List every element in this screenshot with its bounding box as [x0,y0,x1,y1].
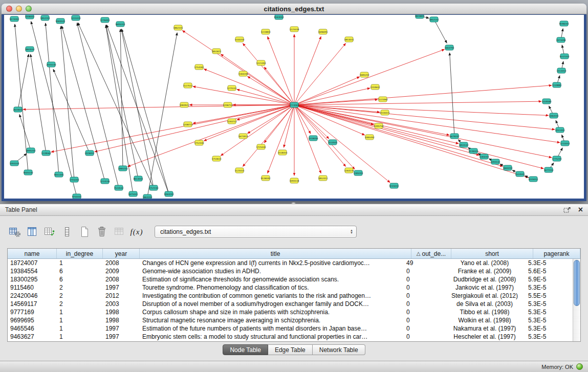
table-cell[interactable]: 1998 [103,317,140,324]
table-cell[interactable]: 1997 [103,333,140,340]
table-cell[interactable]: 1 [57,325,103,332]
graph-node[interactable]: 1754181 [194,64,204,70]
scrollbar-thumb[interactable] [574,260,580,306]
table-cell[interactable]: 49 [404,259,444,267]
graph-node[interactable]: 1696091 [318,29,328,34]
graph-edge[interactable] [31,21,77,196]
table-cell[interactable]: 2 [57,292,103,299]
graph-edge[interactable] [106,25,138,179]
graph-node[interactable]: 1208713 [183,122,193,127]
table-cell[interactable]: Stergiakouli et al. (2012) [444,292,526,299]
add-column-icon[interactable] [42,225,57,239]
show-columns-icon[interactable] [25,225,40,239]
graph-node[interactable]: 1752340 [194,140,204,145]
table-cell[interactable]: Hescheler et al. (1997) [444,333,526,340]
function-builder-icon[interactable]: f(x) [129,225,144,239]
graph-node[interactable]: 1264170 [344,168,354,173]
graph-node[interactable]: 1185203 [354,170,363,176]
graph-edge[interactable] [268,36,294,105]
graph-edge[interactable] [23,105,294,110]
table-cell[interactable]: 5.3E-5 [526,325,573,332]
graph-edge[interactable] [243,43,294,105]
graph-node[interactable]: 1051403 [555,127,565,133]
graph-edge[interactable] [31,54,46,153]
graph-edge[interactable] [127,105,294,167]
table-cell[interactable]: 2 [57,284,103,291]
graph-edge[interactable] [18,54,29,110]
graph-edge[interactable] [106,25,169,194]
graph-node[interactable]: 1221393 [256,60,266,65]
graph-node[interactable]: 1093104 [10,161,19,166]
graph-edge[interactable] [53,69,90,153]
graph-node[interactable]: 1863203 [143,194,153,199]
table-cell[interactable]: Jankovic et al. (1997) [444,284,526,291]
graph-node[interactable]: 1184203 [480,154,489,159]
table-row[interactable]: 977716911998Corpus callosum shape and si… [8,308,573,316]
table-cell[interactable]: 1998 [103,309,140,316]
graph-node[interactable]: 1083921 [180,102,189,107]
table-cell[interactable]: 5.3E-5 [526,300,573,308]
minimize-button[interactable] [16,6,22,12]
graph-edge[interactable] [294,49,445,105]
graph-node[interactable]: 1675441 [128,191,138,196]
table-cell[interactable]: Dudbridge et al. (2008) [444,276,526,283]
table-cell[interactable]: 5.3E-5 [526,259,573,267]
table-row[interactable]: 2242004622012Investigating the contribut… [8,292,573,300]
table-cell[interactable]: 0 [404,309,444,316]
vertical-scrollbar[interactable] [573,259,580,341]
graph-node[interactable]: 1206713 [223,102,233,107]
graph-edge[interactable] [450,53,454,136]
table-cell[interactable]: 18300295 [8,276,57,283]
graph-node[interactable]: 1524501 [515,171,525,177]
column-header-pagerank[interactable]: pagerank [533,249,580,258]
table-cell[interactable]: 5.9E-5 [526,276,573,283]
graph-node[interactable]: 1518456 [309,136,318,141]
delete-row-icon[interactable] [94,225,110,239]
table-cell[interactable]: 1997 [103,325,140,332]
graph-node[interactable]: 1518454 [278,150,288,155]
table-cell[interactable]: 1 [57,309,103,316]
column-header-in_degree[interactable]: in_degree [57,249,103,258]
table-cell[interactable]: Franke et al. (2009) [444,268,526,275]
graph-node[interactable]: 1104642 [371,84,380,90]
table-cell[interactable]: Tourette syndrome. Phenomenology and cla… [140,284,404,291]
graph-node[interactable]: 1853031 [344,37,354,42]
table-cell[interactable]: 5.6E-5 [526,268,573,275]
table-row[interactable]: 1456911722003Disruption of a novel membe… [8,300,573,308]
table-row[interactable]: 969969511998Structural magnetic resonanc… [8,316,573,324]
graph-node[interactable]: 1755203 [70,177,79,182]
table-cell[interactable]: 18724007 [8,259,57,267]
table-cell[interactable]: 1 [57,259,103,267]
graph-edge[interactable] [264,67,294,105]
graph-node[interactable]: 9505130 [24,170,33,175]
graph-node[interactable]: 1125439 [290,27,299,32]
graph-node[interactable]: 8613044 [134,176,143,181]
graph-edge[interactable] [268,105,294,173]
selection-mode-icon[interactable] [59,225,75,239]
graph-node[interactable]: 1276403 [100,17,110,23]
graph-edge[interactable] [19,115,31,150]
graph-node[interactable]: 8163044 [274,15,284,19]
table-cell[interactable]: 0 [404,300,444,308]
graph-node[interactable]: 9136503 [469,148,478,154]
graph-node[interactable]: 1275141 [227,85,237,91]
table-cell[interactable]: 0 [404,268,444,275]
graph-edge[interactable] [294,105,449,135]
table-cell[interactable]: 9115460 [8,284,57,291]
graph-node[interactable]: 1852203 [40,15,50,20]
graph-node[interactable]: 9051305 [54,172,64,177]
table-mode-icon[interactable] [7,225,23,239]
table-cell[interactable]: Estimation of the future numbers of pati… [140,325,404,332]
table-cell[interactable]: 6 [57,276,103,283]
column-header-short[interactable]: short [451,249,533,258]
window-titlebar[interactable]: citations_edges.txt [2,4,586,14]
table-selector-dropdown[interactable]: citations_edges.txt ▲▼ [155,226,357,238]
graph-edge[interactable] [78,23,154,188]
graph-node[interactable]: 1852142 [429,17,439,22]
graph-node[interactable]: 9245012 [529,177,538,182]
graph-node[interactable]: 1985203 [118,166,128,171]
table-cell[interactable]: de Silva et al. (2003) [444,300,526,308]
close-button[interactable] [6,6,12,12]
table-row[interactable]: 911546021997Tourette syndrome. Phenomeno… [8,283,573,292]
graph-node[interactable]: 1184200 [238,71,248,76]
